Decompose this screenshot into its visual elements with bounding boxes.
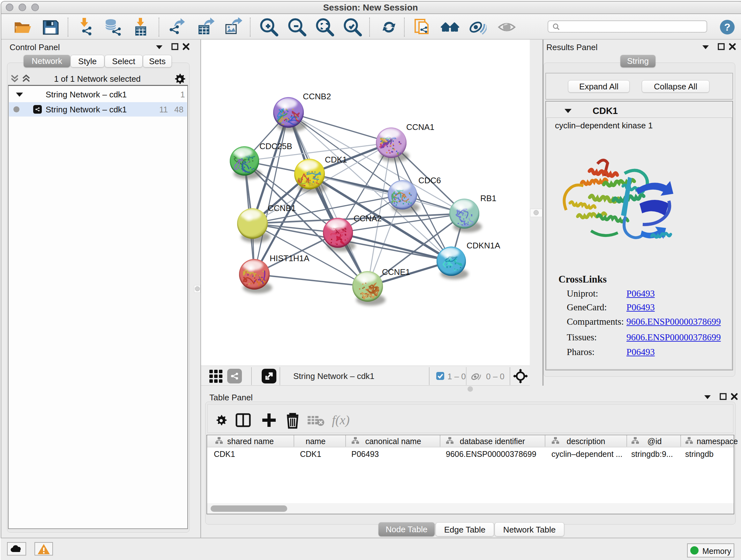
svg-text:HIST1H1A: HIST1H1A	[270, 253, 310, 263]
svg-text:RB1: RB1	[480, 193, 496, 203]
svg-text:CDK1: CDK1	[325, 155, 347, 165]
svg-text:CCNE1: CCNE1	[382, 267, 410, 277]
svg-text:CCNB2: CCNB2	[303, 91, 331, 101]
svg-text:CDC6: CDC6	[418, 176, 441, 185]
svg-text:CDC25B: CDC25B	[259, 141, 292, 151]
svg-text:CDKN1A: CDKN1A	[467, 241, 500, 250]
svg-text:CCNB1: CCNB1	[268, 203, 296, 213]
svg-text:CCNA2: CCNA2	[354, 213, 382, 223]
svg-text:CCNA1: CCNA1	[406, 122, 434, 132]
